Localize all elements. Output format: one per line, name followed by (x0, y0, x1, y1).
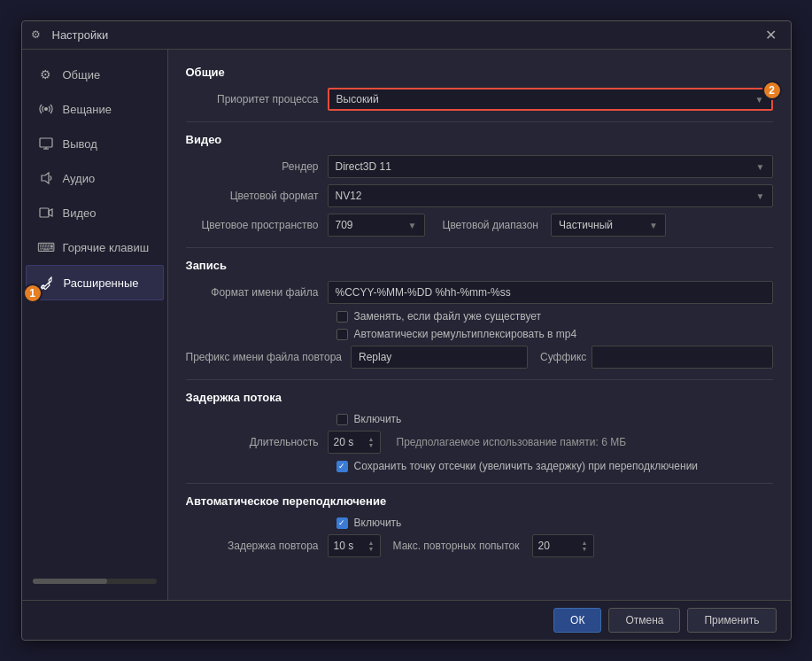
svg-point-7 (42, 285, 44, 288)
overwrite-checkbox[interactable] (336, 311, 348, 323)
color-space-row: Цветовое пространство 709 ▼ Цветовой диа… (186, 214, 773, 237)
window-icon: ⚙ (31, 28, 45, 43)
retry-delay-control: 10 s ▲ ▼ Макс. повторных попыток 20 ▲ ▼ (328, 534, 773, 557)
section-general-title: Общие (186, 66, 773, 79)
spin-up-icon[interactable]: ▲ (368, 436, 375, 442)
memory-note: Предполагаемое использование памяти: 6 М… (397, 436, 627, 448)
color-space-control: 709 ▼ Цветовой диапазон Частичный ▼ (328, 214, 773, 237)
sidebar-item-audio[interactable]: Аудио (26, 161, 164, 195)
svg-rect-1 (40, 138, 52, 147)
spin-up-icon[interactable]: ▲ (582, 540, 588, 546)
video-icon (38, 205, 54, 221)
close-button[interactable]: ✕ (761, 25, 782, 46)
spin-down-icon[interactable]: ▼ (368, 442, 375, 448)
overwrite-row: Заменять, если файл уже существует (336, 310, 773, 323)
suffix-label: Суффикс (540, 351, 586, 363)
max-retries-label: Макс. повторных попыток (393, 540, 520, 552)
spin-down-icon[interactable]: ▼ (368, 546, 375, 552)
render-control: Direct3D 11 ▼ (328, 155, 773, 178)
sidebar-bottom (22, 570, 167, 593)
max-retries-spinbox[interactable]: 20 ▲ ▼ (532, 534, 594, 557)
divider-3 (186, 379, 773, 380)
svg-point-0 (44, 107, 48, 111)
retry-delay-spinbox[interactable]: 10 s ▲ ▼ (328, 534, 381, 557)
stream-delay-enable-checkbox[interactable] (336, 414, 348, 425)
render-select[interactable]: Direct3D 11 ▼ (328, 155, 773, 178)
sidebar-item-label: Видео (63, 206, 97, 220)
render-row: Рендер Direct3D 11 ▼ (186, 155, 773, 178)
spin-arrows: ▲ ▼ (582, 539, 588, 553)
auto-reconnect-enable-checkbox[interactable] (336, 517, 348, 529)
sidebar-item-advanced[interactable]: Расширенные 1 (26, 265, 164, 300)
color-range-select[interactable]: Частичный ▼ (551, 214, 666, 237)
stream-delay-enable-row: Включить (336, 413, 773, 425)
suffix-input[interactable] (592, 346, 772, 369)
process-priority-control: Высокий ▼ 2 (328, 88, 773, 111)
sidebar-item-broadcast[interactable]: Вещание (26, 92, 164, 126)
duration-value: 20 s (334, 436, 354, 448)
filename-format-label: Формат имени файла (186, 286, 328, 299)
badge-1: 1 (23, 284, 43, 303)
filename-format-input[interactable] (328, 281, 773, 304)
retry-delay-label: Задержка повтора (186, 540, 328, 552)
render-label: Рендер (186, 160, 328, 173)
monitor-icon (38, 136, 54, 152)
content-area: Общие Приоритет процесса Высокий ▼ 2 Вид… (168, 50, 791, 600)
divider-4 (186, 483, 773, 484)
remux-checkbox[interactable] (336, 329, 348, 340)
titlebar-left: ⚙ Настройки (31, 28, 109, 43)
save-cutoff-label: Сохранить точку отсечки (увеличить задер… (354, 460, 699, 472)
chevron-down-icon: ▼ (755, 95, 764, 105)
spin-down-icon[interactable]: ▼ (582, 546, 588, 552)
sidebar-item-label: Расширенные (64, 276, 139, 290)
main-content: ⚙ Общие Вещание (22, 50, 791, 600)
replay-prefix-row: Префикс имени файла повтора Суффикс (186, 346, 773, 369)
color-range-value: Частичный (559, 219, 613, 231)
sidebar-item-label: Общие (63, 68, 101, 82)
color-space-select[interactable]: 709 ▼ (328, 214, 425, 237)
duration-control: 20 s ▲ ▼ Предполагаемое использование па… (328, 431, 773, 454)
sidebar-item-general[interactable]: ⚙ Общие (26, 58, 164, 91)
section-stream-delay-title: Задержка потока (186, 391, 773, 404)
process-priority-select[interactable]: Высокий ▼ (328, 88, 773, 111)
color-range-label: Цветовой диапазон (443, 219, 538, 231)
color-format-row: Цветовой формат NV12 ▼ (186, 184, 773, 207)
retry-delay-value: 10 s (334, 540, 354, 552)
sidebar-item-video[interactable]: Видео (26, 196, 164, 229)
spin-arrows: ▲ ▼ (368, 539, 375, 553)
sidebar-scroll-area: ⚙ Общие Вещание (22, 57, 167, 570)
duration-spinbox[interactable]: 20 s ▲ ▼ (328, 431, 381, 454)
max-retries-value: 20 (538, 540, 550, 552)
sidebar-scrollbar[interactable] (33, 579, 157, 584)
chevron-down-icon: ▼ (649, 221, 658, 230)
sidebar-item-label: Вещание (63, 103, 112, 116)
divider-2 (186, 247, 773, 248)
section-auto-reconnect-title: Автоматическое переподключение (186, 494, 773, 508)
save-cutoff-checkbox[interactable] (336, 461, 348, 472)
auto-reconnect-enable-label: Включить (354, 517, 402, 529)
apply-button[interactable]: Применить (687, 608, 776, 633)
remux-label: Автоматически ремультиплексировать в mp4 (354, 328, 577, 340)
keyboard-icon: ⌨ (38, 239, 54, 255)
sidebar-item-hotkeys[interactable]: ⌨ Горячие клавиш (26, 230, 164, 264)
svg-marker-6 (49, 209, 52, 216)
color-format-value: NV12 (336, 190, 362, 202)
ok-button[interactable]: ОК (553, 608, 601, 633)
titlebar: ⚙ Настройки ✕ (22, 21, 791, 50)
badge-2: 2 (762, 81, 782, 100)
spin-up-icon[interactable]: ▲ (368, 540, 375, 546)
cancel-button[interactable]: Отмена (608, 608, 680, 633)
replay-prefix-label: Префикс имени файла повтора (186, 351, 351, 363)
sidebar-item-output[interactable]: Вывод (26, 127, 164, 160)
stream-delay-enable-label: Включить (354, 413, 402, 425)
color-format-select[interactable]: NV12 ▼ (328, 184, 773, 207)
auto-reconnect-enable-row: Включить (336, 517, 773, 529)
duration-label: Длительность (186, 436, 328, 448)
replay-prefix-input[interactable] (351, 346, 528, 369)
broadcast-icon (38, 101, 54, 117)
process-priority-row: Приоритет процесса Высокий ▼ 2 (186, 88, 773, 111)
process-priority-label: Приоритет процесса (186, 93, 328, 105)
sidebar-item-label: Аудио (63, 172, 96, 185)
chevron-down-icon: ▼ (408, 221, 417, 230)
sidebar: ⚙ Общие Вещание (22, 50, 168, 600)
